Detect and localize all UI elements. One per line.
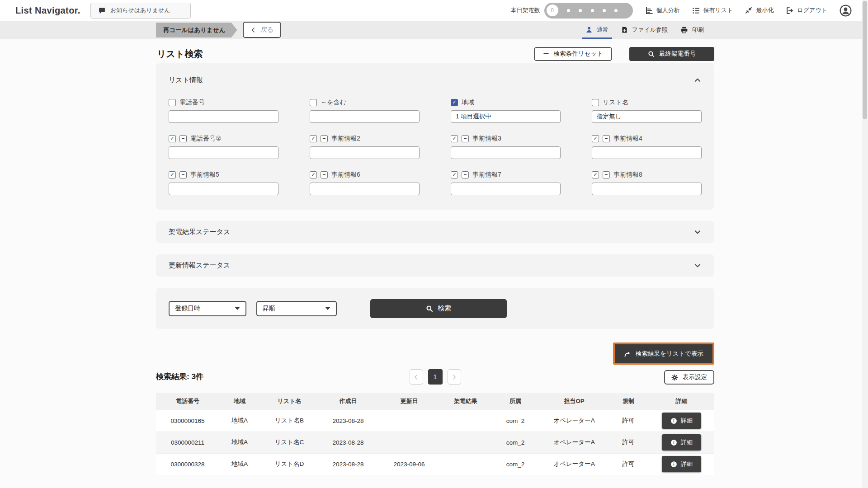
checkbox-include[interactable]: ✓ — [169, 171, 176, 178]
chevron-down-icon — [693, 262, 702, 270]
field-input[interactable] — [451, 183, 561, 195]
sort-search-panel: 登録日時 昇順 検索 — [156, 288, 714, 329]
field-label: 事前情報7 — [472, 171, 501, 179]
field-input[interactable] — [592, 110, 702, 123]
field-label: 事前情報2 — [331, 135, 360, 143]
checkbox-exclude[interactable]: − — [462, 135, 469, 142]
field-label: リスト名 — [603, 99, 628, 107]
checkbox-exclude[interactable]: − — [179, 171, 187, 178]
results-count: 検索結果: 3件 — [156, 371, 203, 382]
field-input[interactable] — [451, 146, 561, 159]
field-input[interactable] — [592, 146, 702, 159]
field-input[interactable] — [592, 183, 702, 195]
sort-order-select[interactable]: 昇順 — [256, 301, 337, 316]
field-input[interactable] — [169, 183, 278, 195]
person-icon — [585, 26, 593, 33]
checkbox-unchecked[interactable] — [169, 99, 176, 106]
list-info-panel: リスト情報 電話番号～を含む✓地域リスト名✓−電話番号②✓−事前情報2✓−事前情… — [156, 63, 714, 210]
checkbox-include[interactable]: ✓ — [310, 135, 317, 142]
checkbox-include[interactable]: ✓ — [310, 171, 317, 178]
display-settings-button[interactable]: 表示設定 — [664, 370, 714, 385]
checkbox-exclude[interactable]: − — [179, 135, 187, 142]
cell-list_name: リスト名C — [260, 432, 319, 453]
chevron-left-icon — [250, 27, 256, 33]
last-called-number-button[interactable]: 最終架電番号 — [629, 47, 714, 61]
mode-tab-file-reference[interactable]: ファイル参照 — [621, 21, 668, 39]
cell-call_result — [441, 432, 491, 453]
update-info-status-section[interactable]: 更新情報ステータス — [156, 254, 714, 277]
checkbox-unchecked[interactable] — [310, 99, 317, 106]
list-info-grid: 電話番号～を含む✓地域リスト名✓−電話番号②✓−事前情報2✓−事前情報3✓−事前… — [169, 99, 702, 195]
detail-button[interactable]: 詳細 — [662, 456, 701, 472]
checkbox-exclude[interactable]: − — [462, 171, 469, 178]
column-header: 更新日 — [377, 393, 441, 410]
chevron-up-icon — [693, 76, 702, 84]
checkbox-exclude[interactable]: − — [603, 135, 610, 142]
cell-phone: 0300000211 — [156, 432, 219, 453]
scrollbar-thumb[interactable] — [863, 1, 867, 119]
nav-owned-lists[interactable]: 保有リスト — [692, 6, 733, 14]
field-label: 事前情報5 — [190, 171, 219, 179]
mode-tab-print[interactable]: 印刷 — [680, 21, 704, 39]
field-input[interactable] — [451, 110, 561, 123]
checkbox-include[interactable]: ✓ — [592, 135, 599, 142]
field-input[interactable] — [310, 146, 420, 159]
field-label: 電話番号② — [190, 135, 222, 143]
cell-dept: com_2 — [491, 410, 540, 432]
field-input[interactable] — [310, 110, 420, 123]
mode-tab-normal[interactable]: 通常 — [585, 21, 609, 39]
field-label: 電話番号 — [179, 99, 205, 107]
call-result-status-section[interactable]: 架電結果ステータス — [156, 221, 714, 243]
pagination-current-page[interactable]: 1 — [428, 369, 443, 385]
nav-minimize[interactable]: 最小化 — [745, 6, 774, 14]
notice-banner[interactable]: お知らせはありません — [90, 3, 191, 19]
cell-regulation: 許可 — [608, 432, 649, 453]
field-input[interactable] — [310, 183, 420, 195]
nav-logout[interactable]: ログアウト — [786, 6, 827, 14]
cell-list_name: リスト名D — [260, 453, 319, 475]
checkbox-exclude[interactable]: − — [321, 171, 328, 178]
top-bar: List Navigator. お知らせはありません 本日架電数 0 個人分析 — [0, 0, 868, 21]
field-label: 事前情報3 — [472, 135, 501, 143]
cell-updated — [377, 410, 441, 432]
detail-button[interactable]: 詳細 — [662, 434, 701, 450]
vertical-scrollbar[interactable] — [862, 0, 868, 488]
gear-icon — [671, 374, 678, 381]
field-input[interactable] — [169, 146, 278, 159]
cell-phone: 0300000165 — [156, 410, 219, 432]
cell-operator: オペレーターA — [540, 410, 608, 432]
cell-region: 地域A — [219, 453, 260, 475]
user-avatar-icon[interactable] — [840, 5, 852, 17]
checkbox-checked[interactable]: ✓ — [451, 99, 458, 106]
pagination-prev-button[interactable] — [410, 369, 423, 385]
field-label: ～を含む — [321, 99, 346, 107]
cell-call_result — [441, 453, 491, 475]
checkbox-unchecked[interactable] — [592, 99, 599, 106]
checkbox-include[interactable]: ✓ — [451, 171, 458, 178]
back-button[interactable]: 戻る — [243, 22, 281, 38]
dropdown-arrow-icon — [325, 307, 330, 310]
checkbox-include[interactable]: ✓ — [592, 171, 599, 178]
checkbox-exclude[interactable]: − — [603, 171, 610, 178]
show-results-as-list-button[interactable]: 検索結果をリストで表示 — [613, 343, 714, 365]
dropdown-arrow-icon — [235, 307, 240, 310]
list-info-panel-header[interactable]: リスト情報 — [169, 72, 702, 88]
reset-search-conditions-button[interactable]: 検索条件リセット — [534, 47, 612, 61]
column-header: 電話番号 — [156, 393, 219, 410]
cell-list_name: リスト名B — [260, 410, 319, 432]
checkbox-include[interactable]: ✓ — [451, 135, 458, 142]
pagination-next-button[interactable] — [448, 369, 461, 385]
column-header: 所属 — [491, 393, 540, 410]
cell-operator: オペレーターA — [540, 432, 608, 453]
detail-button[interactable]: 詳細 — [662, 413, 701, 429]
minus-icon — [543, 51, 549, 57]
table-row: 0300000328地域Aリスト名D2023-08-282023-09-06co… — [156, 453, 714, 475]
field-input[interactable] — [169, 110, 278, 123]
sort-field-select[interactable]: 登録日時 — [169, 301, 246, 316]
search-field-0: 電話番号 — [169, 99, 278, 123]
checkbox-exclude[interactable]: − — [321, 135, 328, 142]
nav-personal-analysis[interactable]: 個人分析 — [645, 6, 680, 14]
search-button[interactable]: 検索 — [370, 299, 507, 318]
column-header: 地域 — [219, 393, 260, 410]
checkbox-include[interactable]: ✓ — [169, 135, 176, 142]
